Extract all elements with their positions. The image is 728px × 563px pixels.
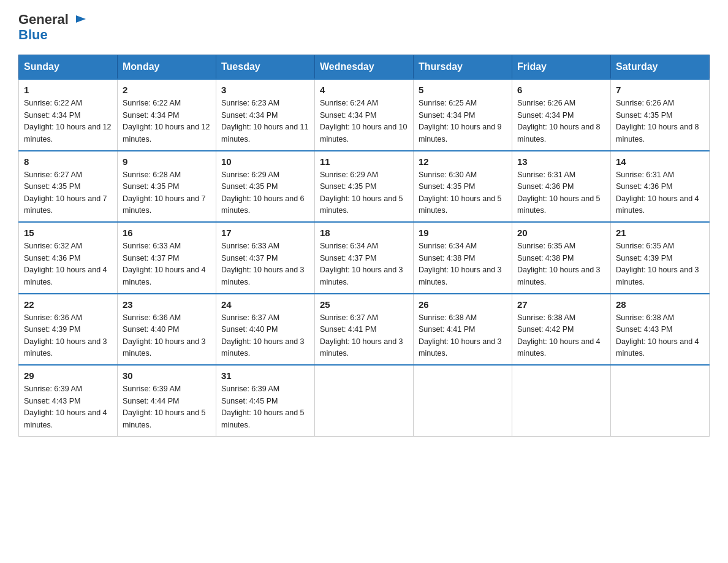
calendar-cell: 24 Sunrise: 6:37 AM Sunset: 4:40 PM Dayl… [216, 294, 315, 366]
day-number: 18 [320, 228, 408, 238]
day-number: 10 [221, 156, 309, 167]
page-header: General Blue [18, 12, 710, 42]
logo-blue: Blue [18, 27, 48, 42]
calendar-cell: 13 Sunrise: 6:31 AM Sunset: 4:36 PM Dayl… [512, 151, 611, 223]
day-info: Sunrise: 6:31 AM Sunset: 4:36 PM Dayligh… [616, 169, 704, 217]
day-info: Sunrise: 6:36 AM Sunset: 4:39 PM Dayligh… [24, 312, 112, 360]
calendar-table: SundayMondayTuesdayWednesdayThursdayFrid… [18, 55, 710, 437]
day-number: 9 [123, 156, 211, 167]
calendar-cell: 2 Sunrise: 6:22 AM Sunset: 4:34 PM Dayli… [118, 79, 216, 151]
calendar-cell: 4 Sunrise: 6:24 AM Sunset: 4:34 PM Dayli… [315, 79, 414, 151]
day-number: 2 [123, 85, 211, 95]
calendar-cell: 16 Sunrise: 6:33 AM Sunset: 4:37 PM Dayl… [118, 222, 216, 294]
day-info: Sunrise: 6:30 AM Sunset: 4:35 PM Dayligh… [419, 169, 507, 217]
day-number: 23 [123, 299, 211, 310]
weekday-header-monday: Monday [118, 55, 216, 80]
day-info: Sunrise: 6:26 AM Sunset: 4:35 PM Dayligh… [616, 98, 704, 145]
day-number: 27 [517, 299, 605, 310]
day-number: 21 [616, 228, 704, 238]
day-number: 30 [123, 370, 211, 381]
calendar-cell [611, 365, 710, 436]
calendar-cell: 10 Sunrise: 6:29 AM Sunset: 4:35 PM Dayl… [216, 151, 315, 223]
day-info: Sunrise: 6:29 AM Sunset: 4:35 PM Dayligh… [320, 169, 408, 217]
calendar-cell: 15 Sunrise: 6:32 AM Sunset: 4:36 PM Dayl… [19, 222, 118, 294]
logo-flag-icon [74, 13, 88, 28]
day-info: Sunrise: 6:26 AM Sunset: 4:34 PM Dayligh… [517, 98, 605, 145]
day-number: 12 [419, 156, 507, 167]
logo: General Blue [18, 12, 89, 42]
day-number: 1 [24, 85, 112, 95]
calendar-cell: 28 Sunrise: 6:38 AM Sunset: 4:43 PM Dayl… [611, 294, 710, 366]
day-info: Sunrise: 6:27 AM Sunset: 4:35 PM Dayligh… [24, 169, 112, 217]
calendar-cell: 21 Sunrise: 6:35 AM Sunset: 4:39 PM Dayl… [611, 222, 710, 294]
calendar-cell: 29 Sunrise: 6:39 AM Sunset: 4:43 PM Dayl… [19, 365, 118, 436]
calendar-cell: 6 Sunrise: 6:26 AM Sunset: 4:34 PM Dayli… [512, 79, 611, 151]
day-number: 20 [517, 228, 605, 238]
calendar-week-row: 22 Sunrise: 6:36 AM Sunset: 4:39 PM Dayl… [19, 294, 710, 366]
day-info: Sunrise: 6:24 AM Sunset: 4:34 PM Dayligh… [320, 98, 408, 145]
day-info: Sunrise: 6:33 AM Sunset: 4:37 PM Dayligh… [123, 240, 211, 288]
day-info: Sunrise: 6:22 AM Sunset: 4:34 PM Dayligh… [123, 98, 211, 145]
calendar-cell: 30 Sunrise: 6:39 AM Sunset: 4:44 PM Dayl… [118, 365, 216, 436]
calendar-cell [512, 365, 611, 436]
calendar-week-row: 29 Sunrise: 6:39 AM Sunset: 4:43 PM Dayl… [19, 365, 710, 436]
weekday-header-thursday: Thursday [414, 55, 512, 80]
calendar-week-row: 1 Sunrise: 6:22 AM Sunset: 4:34 PM Dayli… [19, 79, 710, 151]
calendar-cell: 22 Sunrise: 6:36 AM Sunset: 4:39 PM Dayl… [19, 294, 118, 366]
weekday-header-saturday: Saturday [611, 55, 710, 80]
day-info: Sunrise: 6:34 AM Sunset: 4:38 PM Dayligh… [419, 240, 507, 288]
calendar-cell: 9 Sunrise: 6:28 AM Sunset: 4:35 PM Dayli… [118, 151, 216, 223]
calendar-cell: 11 Sunrise: 6:29 AM Sunset: 4:35 PM Dayl… [315, 151, 414, 223]
calendar-cell: 14 Sunrise: 6:31 AM Sunset: 4:36 PM Dayl… [611, 151, 710, 223]
day-info: Sunrise: 6:38 AM Sunset: 4:42 PM Dayligh… [517, 312, 605, 360]
calendar-cell: 27 Sunrise: 6:38 AM Sunset: 4:42 PM Dayl… [512, 294, 611, 366]
day-number: 25 [320, 299, 408, 310]
day-number: 17 [221, 228, 309, 238]
day-number: 14 [616, 156, 704, 167]
calendar-week-row: 8 Sunrise: 6:27 AM Sunset: 4:35 PM Dayli… [19, 151, 710, 223]
day-info: Sunrise: 6:36 AM Sunset: 4:40 PM Dayligh… [123, 312, 211, 360]
day-number: 24 [221, 299, 309, 310]
calendar-week-row: 15 Sunrise: 6:32 AM Sunset: 4:36 PM Dayl… [19, 222, 710, 294]
calendar-cell: 19 Sunrise: 6:34 AM Sunset: 4:38 PM Dayl… [414, 222, 512, 294]
calendar-cell: 18 Sunrise: 6:34 AM Sunset: 4:37 PM Dayl… [315, 222, 414, 294]
weekday-header-tuesday: Tuesday [216, 55, 315, 80]
day-info: Sunrise: 6:37 AM Sunset: 4:40 PM Dayligh… [221, 312, 309, 360]
day-number: 16 [123, 228, 211, 238]
day-number: 11 [320, 156, 408, 167]
calendar-cell: 31 Sunrise: 6:39 AM Sunset: 4:45 PM Dayl… [216, 365, 315, 436]
day-info: Sunrise: 6:39 AM Sunset: 4:45 PM Dayligh… [221, 383, 309, 431]
day-number: 8 [24, 156, 112, 167]
calendar-cell: 23 Sunrise: 6:36 AM Sunset: 4:40 PM Dayl… [118, 294, 216, 366]
day-info: Sunrise: 6:38 AM Sunset: 4:41 PM Dayligh… [419, 312, 507, 360]
day-info: Sunrise: 6:38 AM Sunset: 4:43 PM Dayligh… [616, 312, 704, 360]
day-number: 22 [24, 299, 112, 310]
day-info: Sunrise: 6:39 AM Sunset: 4:43 PM Dayligh… [24, 383, 112, 431]
calendar-cell: 17 Sunrise: 6:33 AM Sunset: 4:37 PM Dayl… [216, 222, 315, 294]
day-info: Sunrise: 6:29 AM Sunset: 4:35 PM Dayligh… [221, 169, 309, 217]
calendar-cell: 1 Sunrise: 6:22 AM Sunset: 4:34 PM Dayli… [19, 79, 118, 151]
day-number: 29 [24, 370, 112, 381]
day-number: 15 [24, 228, 112, 238]
day-info: Sunrise: 6:35 AM Sunset: 4:39 PM Dayligh… [616, 240, 704, 288]
day-info: Sunrise: 6:33 AM Sunset: 4:37 PM Dayligh… [221, 240, 309, 288]
day-info: Sunrise: 6:23 AM Sunset: 4:34 PM Dayligh… [221, 98, 309, 145]
day-number: 19 [419, 228, 507, 238]
day-info: Sunrise: 6:39 AM Sunset: 4:44 PM Dayligh… [123, 383, 211, 431]
day-number: 4 [320, 85, 408, 95]
calendar-header-row: SundayMondayTuesdayWednesdayThursdayFrid… [19, 55, 710, 80]
calendar-cell [414, 365, 512, 436]
day-number: 6 [517, 85, 605, 95]
day-number: 31 [221, 370, 309, 381]
day-info: Sunrise: 6:28 AM Sunset: 4:35 PM Dayligh… [123, 169, 211, 217]
day-number: 26 [419, 299, 507, 310]
day-number: 5 [419, 85, 507, 95]
day-number: 28 [616, 299, 704, 310]
day-info: Sunrise: 6:35 AM Sunset: 4:38 PM Dayligh… [517, 240, 605, 288]
day-info: Sunrise: 6:31 AM Sunset: 4:36 PM Dayligh… [517, 169, 605, 217]
logo-general: General [18, 12, 69, 27]
day-info: Sunrise: 6:37 AM Sunset: 4:41 PM Dayligh… [320, 312, 408, 360]
calendar-cell: 7 Sunrise: 6:26 AM Sunset: 4:35 PM Dayli… [611, 79, 710, 151]
calendar-cell: 20 Sunrise: 6:35 AM Sunset: 4:38 PM Dayl… [512, 222, 611, 294]
calendar-cell: 3 Sunrise: 6:23 AM Sunset: 4:34 PM Dayli… [216, 79, 315, 151]
